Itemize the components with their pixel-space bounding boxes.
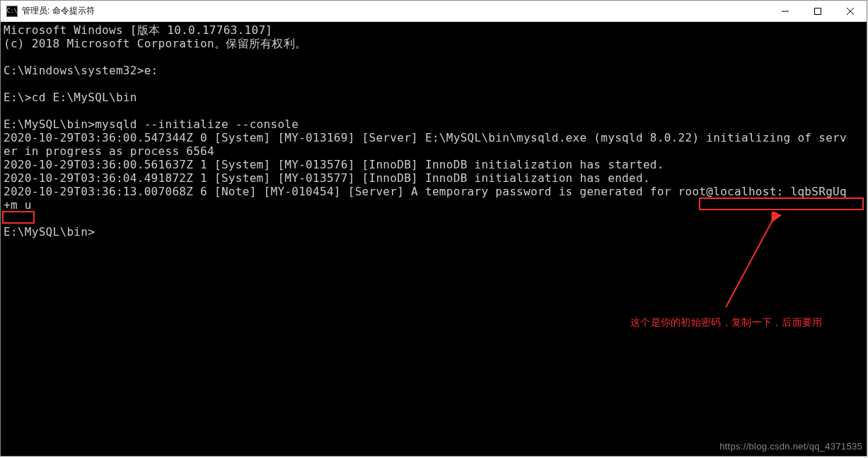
terminal-line: 2020-10-29T03:36:13.007068Z 6 [Note] [MY… xyxy=(4,185,847,198)
terminal-line: E:\MySQL\bin>mysqld --initialize --conso… xyxy=(4,118,299,131)
terminal-line: C:\Windows\system32>e: xyxy=(4,64,158,77)
cmd-window: C:\ 管理员: 命令提示符 Microsoft Windows [版本 10.… xyxy=(0,0,867,457)
minimize-button[interactable] xyxy=(769,1,802,22)
terminal-line: 2020-10-29T03:36:00.561637Z 1 [System] [… xyxy=(4,158,664,171)
titlebar[interactable]: C:\ 管理员: 命令提示符 xyxy=(1,1,867,22)
watermark-text: https://blog.csdn.net/qq_4371535 xyxy=(719,440,862,453)
terminal-line: Microsoft Windows [版本 10.0.17763.107] xyxy=(4,23,272,37)
terminal-line: (c) 2018 Microsoft Corporation。保留所有权利。 xyxy=(4,37,306,50)
svg-rect-1 xyxy=(815,8,821,15)
window-controls xyxy=(769,1,867,22)
cmd-app-icon: C:\ xyxy=(6,6,18,17)
password-highlight-box-2 xyxy=(2,211,35,224)
terminal-line: 2020-10-29T03:36:04.491872Z 1 [System] [… xyxy=(4,171,650,185)
terminal-output[interactable]: Microsoft Windows [版本 10.0.17763.107] (c… xyxy=(1,22,867,456)
terminal-line: +m_u xyxy=(4,198,32,212)
annotation-label: 这个是你的初始密码，复制一下，后面要用 xyxy=(630,316,823,329)
terminal-line: 2020-10-29T03:36:00.547344Z 0 [System] [… xyxy=(4,131,847,144)
annotation-arrow-icon xyxy=(715,212,786,318)
terminal-prompt: E:\MySQL\bin> xyxy=(4,225,95,239)
window-title: 管理员: 命令提示符 xyxy=(22,5,95,17)
close-button[interactable] xyxy=(834,1,867,22)
terminal-line: er in progress as process 6564 xyxy=(4,144,214,158)
terminal-line: E:\>cd E:\MySQL\bin xyxy=(4,91,137,104)
maximize-button[interactable] xyxy=(802,1,834,22)
svg-line-5 xyxy=(726,215,775,307)
password-highlight-box-1 xyxy=(699,197,864,210)
